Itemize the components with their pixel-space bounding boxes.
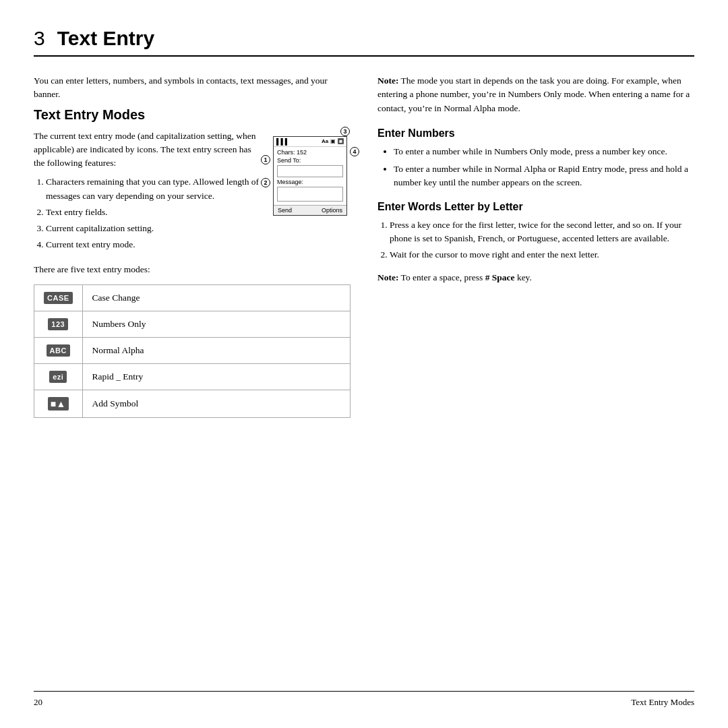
bottom-note-prefix: Note: (377, 272, 398, 282)
aa-icon: Aa (322, 138, 328, 144)
mode-row-numbers: 123 Numbers Only (34, 311, 351, 337)
mode-icon-cell-alpha: ABC (34, 337, 83, 363)
message-row: Message: (277, 179, 343, 185)
mode-row-case: CASE Case Change (34, 284, 351, 311)
modes-body: The current text entry mode (and capital… (34, 129, 262, 171)
title-text: Text Entry (57, 27, 154, 49)
add-symbol-icon: ■▲ (48, 397, 69, 411)
case-change-icon: CASE (44, 292, 73, 304)
message-input (277, 187, 343, 202)
enter-numbers-item-1: To enter a number while in Numbers Only … (394, 145, 694, 158)
bottom-note-text: To enter a space, press (398, 272, 485, 282)
features-list: Characters remaining that you can type. … (34, 175, 262, 251)
phone-body: Chars: 152 Send To: Message: (274, 147, 346, 205)
mode-row-symbol: ■▲ Add Symbol (34, 390, 351, 417)
send-to-input (277, 165, 343, 177)
mode-icon-cell-case: CASE (34, 284, 83, 311)
page: 3Text Entry You can enter letters, numbe… (0, 0, 728, 728)
modes-table: CASE Case Change 123 Numbers Only ABC (34, 284, 351, 418)
mode-icon-cell-symbol: ■▲ (34, 390, 83, 417)
right-column: Note: The mode you start in depends on t… (377, 74, 694, 691)
phone-bottom-bar: Send Options (274, 205, 346, 215)
phone-mode-display: Aa ▣ ■ (322, 138, 344, 144)
phone-screen: ▌▌▌ Aa ▣ ■ Chars: 152 Send To: (273, 136, 347, 216)
normal-alpha-icon: ABC (47, 344, 70, 357)
chars-row: Chars: 152 (277, 149, 343, 156)
mode-label-case: Case Change (82, 284, 350, 311)
left-column: You can enter letters, numbers, and symb… (34, 74, 351, 691)
enter-words-list: Press a key once for the first letter, t… (377, 218, 694, 262)
options-btn-label: Options (322, 207, 342, 214)
annotation-1: 1 (261, 155, 270, 164)
section-title: Text Entry Modes (34, 107, 351, 123)
signal-icon: ▌▌▌ (276, 138, 289, 145)
page-title: 3Text Entry (34, 27, 694, 57)
mode-icon-cell-rapid: ezi (34, 363, 83, 390)
page-number: 20 (34, 697, 42, 708)
note-prefix: Note: (377, 75, 398, 86)
five-modes-label: There are five text entry modes: (34, 263, 351, 276)
enter-words-item-2: Wait for the cursor to move right and en… (390, 248, 694, 262)
mode-label-symbol: Add Symbol (82, 390, 350, 417)
phone-diagram: 3 4 1 2 ▌▌▌ Aa ▣ (273, 136, 351, 216)
mode-label-numbers: Numbers Only (82, 311, 350, 337)
mode-icon-cell-numbers: 123 (34, 311, 83, 337)
enter-words-title: Enter Words Letter by Letter (377, 201, 694, 213)
bottom-note-bold: # Space (485, 272, 515, 282)
bottom-note-paragraph: Note: To enter a space, press # Space ke… (377, 271, 694, 284)
numbers-only-icon: 123 (48, 318, 68, 330)
annotation-4: 4 (350, 147, 359, 156)
annotation-2: 2 (261, 178, 270, 187)
bottom-note-end: key. (515, 272, 532, 282)
modes-layout: The current text entry mode (and capital… (34, 129, 351, 257)
enter-numbers-item-2: To enter a number while in Normal Alpha … (394, 162, 694, 190)
feature-item-2: Text entry fields. (46, 206, 262, 219)
enter-numbers-list: To enter a number while in Numbers Only … (377, 145, 694, 190)
rapid-entry-icon: ezi (49, 371, 67, 383)
enter-words-item-1: Press a key once for the first letter, t… (390, 218, 694, 246)
mode-icon-screen: ■ (338, 138, 344, 144)
footer-section-label: Text Entry Modes (631, 697, 694, 708)
mode-row-rapid: ezi Rapid _ Entry (34, 363, 351, 390)
intro-paragraph: You can enter letters, numbers, and symb… (34, 74, 351, 102)
page-footer: 20 Text Entry Modes (34, 691, 694, 708)
chapter-number: 3 (34, 27, 45, 49)
mode-label-rapid: Rapid _ Entry (82, 363, 350, 390)
battery-icon: ▣ (330, 138, 336, 144)
send-to-row: Send To: (277, 157, 343, 164)
modes-text: The current text entry mode (and capital… (34, 129, 262, 257)
enter-numbers-title: Enter Numbers (377, 127, 694, 140)
mode-row-alpha: ABC Normal Alpha (34, 337, 351, 363)
send-btn-label: Send (278, 207, 292, 214)
annotation-3: 3 (340, 127, 350, 136)
mode-label-alpha: Normal Alpha (82, 337, 350, 363)
feature-item-1: Characters remaining that you can type. … (46, 175, 262, 203)
phone-top-bar: ▌▌▌ Aa ▣ ■ (274, 137, 346, 147)
content-area: You can enter letters, numbers, and symb… (34, 74, 694, 691)
feature-item-4: Current text entry mode. (46, 238, 262, 251)
feature-item-3: Current capitalization setting. (46, 222, 262, 235)
note-text: The mode you start in depends on the tas… (377, 75, 690, 113)
note-paragraph: Note: The mode you start in depends on t… (377, 74, 694, 115)
